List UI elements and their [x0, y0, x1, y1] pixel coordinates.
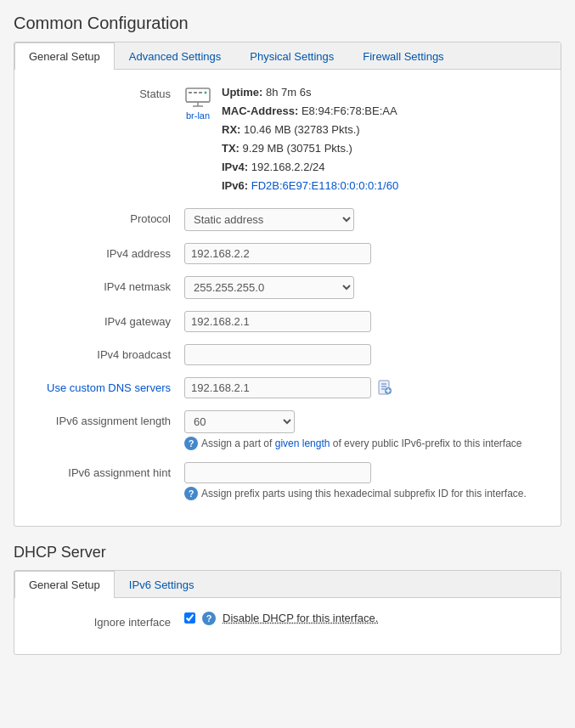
status-row: Status	[31, 83, 544, 196]
ignore-interface-label: Ignore interface	[31, 612, 184, 629]
status-label: Status	[31, 83, 184, 100]
svg-rect-2	[194, 92, 197, 93]
uptime-value: 8h 7m 6s	[266, 86, 311, 99]
dhcp-section-body: Ignore interface ? Disable DHCP for this…	[14, 598, 561, 654]
mac-label: MAC-Address:	[222, 104, 298, 117]
tab-dhcp-general-setup[interactable]: General Setup	[14, 571, 115, 598]
ipv4-broadcast-row: IPv4 broadcast	[31, 344, 544, 365]
ipv6-assignment-length-select[interactable]: 60 64 48	[184, 410, 295, 433]
svg-rect-3	[199, 92, 202, 93]
dns-servers-input[interactable]	[184, 377, 371, 398]
common-config-section: General Setup Advanced Settings Physical…	[14, 42, 561, 527]
rx-label: RX:	[222, 123, 240, 136]
ipv6-assignment-hint-label: IPv6 assignment hint	[31, 462, 184, 479]
ipv4-address-input[interactable]	[184, 243, 371, 264]
br-lan-label: br-lan	[186, 110, 210, 121]
ipv4-label: IPv4:	[222, 161, 248, 173]
dns-wrap	[184, 377, 544, 398]
rx-value: 10.46 MB (32783 Pkts.)	[244, 123, 360, 136]
ipv6-hint-hint: ? Assign prefix parts using this hexadec…	[184, 487, 544, 500]
svg-rect-1	[189, 92, 192, 93]
ipv4-gateway-input[interactable]	[184, 311, 371, 332]
page-title: Common Configuration	[14, 14, 561, 33]
ipv4-value: 192.168.2.2/24	[251, 161, 325, 173]
ipv6-value: FD2B:6E97:E118:0:0:0:0:1/60	[251, 179, 398, 192]
ipv4-netmask-select[interactable]: 255.255.255.0 255.255.0.0 255.0.0.0	[184, 276, 354, 299]
hint-icon: ?	[184, 437, 198, 450]
dhcp-section: General Setup IPv6 Settings Ignore inter…	[14, 570, 561, 655]
status-section: br-lan Uptime: 8h 7m 6s MAC-Address: E8:…	[184, 83, 544, 196]
uptime-label: Uptime:	[222, 86, 262, 99]
dns-servers-label: Use custom DNS servers	[31, 377, 184, 394]
ignore-interface-checkbox[interactable]	[184, 612, 195, 624]
tab-physical-settings[interactable]: Physical Settings	[235, 42, 348, 70]
svg-rect-0	[186, 88, 210, 102]
main-section-body: Status	[14, 70, 561, 526]
disable-dhcp-text: Disable DHCP for this interface.	[223, 612, 378, 624]
given-length-link[interactable]: given length	[275, 437, 330, 449]
tab-firewall-settings[interactable]: Firewall Settings	[348, 42, 458, 70]
ipv4-netmask-label: IPv4 netmask	[31, 276, 184, 293]
ipv4-address-label: IPv4 address	[31, 243, 184, 260]
main-tab-bar: General Setup Advanced Settings Physical…	[14, 42, 561, 70]
status-icon-wrap: br-lan	[184, 83, 211, 121]
tab-general-setup[interactable]: General Setup	[14, 42, 115, 70]
ipv6-label: IPv6:	[222, 179, 248, 192]
dhcp-section-title: DHCP Server	[14, 544, 561, 562]
ipv4-gateway-row: IPv4 gateway	[31, 311, 544, 332]
ipv6-assignment-length-label: IPv6 assignment length	[31, 410, 184, 427]
hint-icon-2: ?	[184, 487, 198, 500]
ipv6-assignment-length-row: IPv6 assignment length 60 64 48 ? Assign…	[31, 410, 544, 450]
ipv4-netmask-row: IPv4 netmask 255.255.255.0 255.255.0.0 2…	[31, 276, 544, 299]
dns-servers-row: Use custom DNS servers	[31, 377, 544, 398]
ipv6-assignment-hint-input[interactable]	[184, 462, 371, 483]
add-dns-icon[interactable]	[376, 379, 393, 396]
tab-advanced-settings[interactable]: Advanced Settings	[115, 42, 235, 70]
ipv6-length-hint: ? Assign a part of given length of every…	[184, 437, 544, 450]
ipv4-broadcast-input[interactable]	[184, 344, 371, 365]
dhcp-tab-bar: General Setup IPv6 Settings	[14, 571, 561, 598]
svg-point-4	[205, 92, 207, 94]
ipv4-broadcast-label: IPv4 broadcast	[31, 344, 184, 361]
protocol-select[interactable]: Static address DHCP client PPPoE Unmanag…	[184, 208, 354, 231]
network-icon	[184, 83, 211, 107]
ipv6-assignment-hint-row: IPv6 assignment hint ? Assign prefix par…	[31, 462, 544, 500]
ipv4-gateway-label: IPv4 gateway	[31, 311, 184, 328]
mac-value: E8:94:F6:78:BE:AA	[302, 104, 397, 117]
tx-label: TX:	[222, 142, 240, 155]
tab-dhcp-ipv6-settings[interactable]: IPv6 Settings	[115, 571, 209, 598]
ipv4-address-row: IPv4 address	[31, 243, 544, 264]
protocol-row: Protocol Static address DHCP client PPPo…	[31, 208, 544, 231]
ignore-interface-checkbox-row: ? Disable DHCP for this interface.	[184, 612, 544, 625]
ignore-interface-row: Ignore interface ? Disable DHCP for this…	[31, 612, 544, 629]
protocol-label: Protocol	[31, 208, 184, 225]
ignore-hint-icon: ?	[202, 612, 216, 625]
tx-value: 9.29 MB (30751 Pkts.)	[243, 142, 352, 155]
status-info: Uptime: 8h 7m 6s MAC-Address: E8:94:F6:7…	[222, 83, 398, 196]
